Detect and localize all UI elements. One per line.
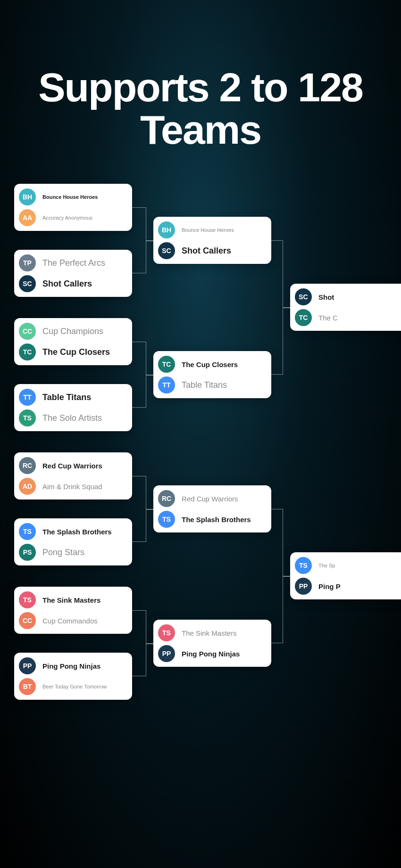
team-avatar: PP <box>158 645 175 662</box>
team-avatar: TC <box>295 309 312 326</box>
team-avatar: SC <box>295 288 312 305</box>
team-avatar: RC <box>19 457 36 474</box>
team-row: BTBeer Today Gone Tomorrow <box>19 678 125 695</box>
team-avatar: TC <box>158 356 175 373</box>
team-name: The Cup Closers <box>42 347 110 357</box>
match-card[interactable]: TSThe Sink MastersPPPing Pong Ninjas <box>153 620 271 667</box>
team-name: Red Cup Warriors <box>42 462 102 470</box>
team-name: Pong Stars <box>42 548 84 557</box>
team-name: The Sink Masters <box>42 596 100 604</box>
team-name: Ping P <box>318 582 341 590</box>
team-avatar: PP <box>295 578 312 595</box>
team-row: CCCup Commandos <box>19 612 125 629</box>
team-row: TSThe Splash Brothers <box>19 523 125 540</box>
team-name: The C <box>318 314 338 322</box>
match-card[interactable]: RCRed Cup WarriorsADAim & Drink Squad <box>14 452 132 500</box>
match-card[interactable]: PPPing Pong NinjasBTBeer Today Gone Tomo… <box>14 653 132 700</box>
team-avatar: AA <box>19 209 36 226</box>
team-row: SCShot Callers <box>19 275 125 292</box>
match-card[interactable]: TSThe SpPPPing P <box>290 552 401 599</box>
team-name: Ping Pong Ninjas <box>182 650 240 658</box>
team-avatar: TT <box>19 389 36 406</box>
team-avatar: BH <box>158 221 175 238</box>
match-card[interactable]: BHBounce House HeroesSCShot Callers <box>153 217 271 264</box>
team-avatar: PS <box>19 544 36 561</box>
team-row: TSThe Splash Brothers <box>158 511 264 528</box>
team-row: TCThe Cup Closers <box>158 356 264 373</box>
team-row: TCThe Cup Closers <box>19 344 125 360</box>
team-row: TSThe Sink Masters <box>158 624 264 641</box>
match-card[interactable]: BHBounce House HeroesAAAccuracy Anonymou… <box>14 184 132 231</box>
team-avatar: SC <box>158 242 175 259</box>
team-avatar: PP <box>19 657 36 674</box>
team-row: RCRed Cup Warriors <box>19 457 125 474</box>
match-card[interactable]: SCShotTCThe C <box>290 284 401 331</box>
team-name: The Sp <box>318 563 335 568</box>
team-row: TPThe Perfect Arcs <box>19 254 125 271</box>
match-card[interactable]: TPThe Perfect ArcsSCShot Callers <box>14 250 132 297</box>
team-avatar: TS <box>295 557 312 574</box>
team-avatar: TS <box>158 511 175 528</box>
team-row: PPPing Pong Ninjas <box>158 645 264 662</box>
team-name: Red Cup Warriors <box>182 495 238 503</box>
team-row: ADAim & Drink Squad <box>19 478 125 495</box>
team-row: TSThe Sink Masters <box>19 591 125 608</box>
team-row: PSPong Stars <box>19 544 125 561</box>
team-row: CCCup Champions <box>19 323 125 340</box>
match-card[interactable]: TCThe Cup ClosersTTTable Titans <box>153 351 271 398</box>
team-name: The Sink Masters <box>182 629 237 637</box>
match-card[interactable]: RCRed Cup WarriorsTSThe Splash Brothers <box>153 485 271 532</box>
team-name: Cup Commandos <box>42 617 98 625</box>
team-name: Table Titans <box>182 380 227 390</box>
team-name: Bounce House Heroes <box>182 227 234 233</box>
team-row: RCRed Cup Warriors <box>158 490 264 507</box>
team-avatar: AD <box>19 478 36 495</box>
team-name: The Cup Closers <box>182 360 238 368</box>
team-name: Accuracy Anonymous <box>42 215 92 221</box>
match-card[interactable]: TTTable TitansTSThe Solo Artists <box>14 384 132 431</box>
team-name: Cup Champions <box>42 327 103 336</box>
team-avatar: TS <box>19 409 36 426</box>
team-name: The Perfect Arcs <box>42 258 105 268</box>
team-avatar: TC <box>19 344 36 360</box>
team-avatar: TT <box>158 377 175 393</box>
team-row: PPPing P <box>295 578 401 595</box>
team-name: Shot Callers <box>182 246 231 256</box>
team-name: Aim & Drink Squad <box>42 483 102 491</box>
team-row: TTTable Titans <box>158 377 264 393</box>
team-avatar: BH <box>19 188 36 205</box>
team-name: The Splash Brothers <box>182 516 251 524</box>
team-name: The Splash Brothers <box>42 528 112 536</box>
match-card[interactable]: TSThe Sink MastersCCCup Commandos <box>14 587 132 634</box>
team-name: The Solo Artists <box>42 413 102 423</box>
team-row: SCShot Callers <box>158 242 264 259</box>
team-row: SCShot <box>295 288 401 305</box>
team-row: TSThe Solo Artists <box>19 409 125 426</box>
team-row: TSThe Sp <box>295 557 401 574</box>
team-row: BHBounce House Heroes <box>158 221 264 238</box>
team-name: Ping Pong Ninjas <box>42 662 100 670</box>
match-card[interactable]: TSThe Splash BrothersPSPong Stars <box>14 518 132 565</box>
team-avatar: TS <box>19 523 36 540</box>
team-name: Bounce House Heroes <box>42 194 98 200</box>
team-avatar: RC <box>158 490 175 507</box>
team-row: BHBounce House Heroes <box>19 188 125 205</box>
headline: Supports 2 to 128 Teams <box>0 0 401 151</box>
team-row: AAAccuracy Anonymous <box>19 209 125 226</box>
team-row: TTTable Titans <box>19 389 125 406</box>
team-avatar: CC <box>19 323 36 340</box>
team-avatar: SC <box>19 275 36 292</box>
team-name: Beer Today Gone Tomorrow <box>42 684 107 689</box>
team-name: Table Titans <box>42 393 91 402</box>
match-card[interactable]: CCCup ChampionsTCThe Cup Closers <box>14 318 132 365</box>
team-avatar: TS <box>19 591 36 608</box>
team-row: TCThe C <box>295 309 401 326</box>
team-name: Shot <box>318 293 334 301</box>
team-avatar: CC <box>19 612 36 629</box>
team-row: PPPing Pong Ninjas <box>19 657 125 674</box>
team-name: Shot Callers <box>42 279 92 289</box>
team-avatar: BT <box>19 678 36 695</box>
team-avatar: TP <box>19 254 36 271</box>
team-avatar: TS <box>158 624 175 641</box>
